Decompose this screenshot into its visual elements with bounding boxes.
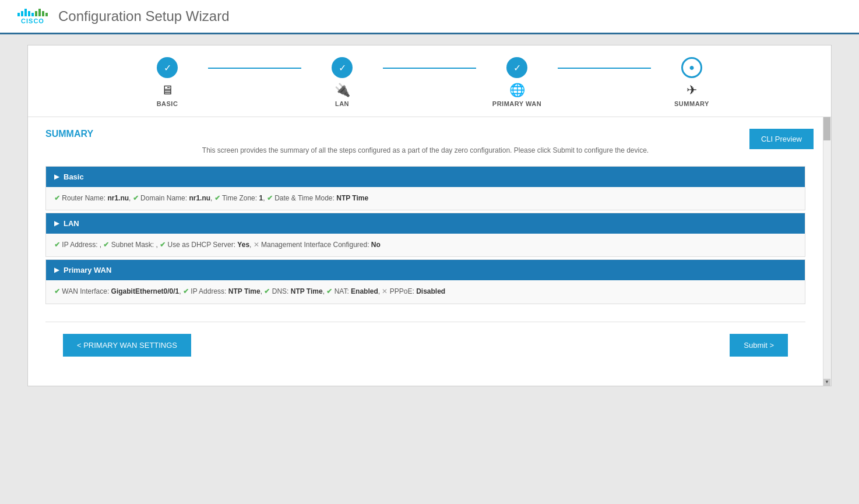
step-lan-circle: ✓ (332, 57, 353, 78)
cross-mgmt: ✕ (254, 241, 259, 249)
summary-body-lan: ✔ IP Address: , ✔ Subnet Mask: , ✔ Use a… (46, 234, 805, 256)
back-button[interactable]: < PRIMARY WAN SETTINGS (63, 334, 191, 357)
check-dhcp: ✔ (160, 241, 166, 249)
summary-header-wan[interactable]: ▶ Primary WAN (46, 260, 805, 280)
chevron-icon-basic: ▶ (54, 173, 59, 181)
cross-pppoe: ✕ (382, 287, 388, 295)
step-basic: ✓ 🖥 BASIC (126, 57, 208, 107)
cisco-text: CISCO (21, 17, 44, 24)
check-subnet: ✔ (103, 241, 109, 249)
step-summary: ● ✈ SUMMARY (651, 57, 733, 107)
summary-body-basic: ✔ Router Name: nr1.nu, ✔ Domain Name: nr… (46, 187, 805, 210)
cisco-logo: CISCO (17, 9, 48, 24)
main-container: ✓ 🖥 BASIC ✓ 🔌 LAN ✓ 🌐 PRIMARY WAN ● ✈ SU… (27, 45, 832, 386)
summary-section-lan: ▶ LAN ✔ IP Address: , ✔ Subnet Mask: , ✔… (45, 213, 805, 257)
connector-1 (208, 68, 301, 69)
check-ip-wan: ✔ (183, 287, 189, 295)
chevron-icon-wan: ▶ (54, 266, 59, 274)
step-lan-label: LAN (335, 100, 349, 107)
description-text: This screen provides the summary of all … (45, 146, 805, 154)
summary-header-lan-label: LAN (64, 219, 79, 228)
cli-preview-button[interactable]: CLI Preview (749, 129, 814, 149)
content-area: SUMMARY CLI Preview This screen provides… (28, 117, 831, 386)
check-ip-lan: ✔ (54, 241, 60, 249)
page-title: Configuration Setup Wizard (58, 8, 229, 24)
step-primary-wan: ✓ 🌐 PRIMARY WAN (476, 57, 558, 107)
step-summary-icon: ✈ (687, 83, 697, 98)
check-date-time: ✔ (267, 194, 273, 202)
scroll-down-arrow[interactable]: ▼ (823, 379, 830, 386)
step-wan-label: PRIMARY WAN (492, 100, 541, 107)
summary-header-basic-label: Basic (64, 172, 84, 181)
step-lan: ✓ 🔌 LAN (301, 57, 383, 107)
scrollbar[interactable]: ▼ (823, 117, 831, 386)
check-dns: ✔ (264, 287, 270, 295)
check-nat: ✔ (326, 287, 332, 295)
summary-header-basic[interactable]: ▶ Basic (46, 167, 805, 187)
step-basic-circle: ✓ (157, 57, 178, 78)
step-wan-icon: 🌐 (509, 83, 525, 98)
connector-2 (383, 68, 476, 69)
summary-body-wan: ✔ WAN Interface: GigabitEthernet0/0/1, ✔… (46, 280, 805, 303)
step-lan-icon: 🔌 (335, 83, 350, 98)
top-bar: CISCO Configuration Setup Wizard (0, 0, 859, 34)
check-time-zone: ✔ (214, 194, 220, 202)
step-wan-circle: ✓ (506, 57, 527, 78)
summary-header-lan[interactable]: ▶ LAN (46, 213, 805, 234)
cisco-bars-icon (17, 9, 48, 16)
step-basic-icon: 🖥 (161, 83, 174, 98)
bottom-nav: < PRIMARY WAN SETTINGS Submit > (45, 322, 805, 368)
step-summary-label: SUMMARY (674, 100, 709, 107)
summary-header-wan-label: Primary WAN (64, 266, 111, 274)
step-summary-circle: ● (681, 57, 702, 78)
summary-section-wan: ▶ Primary WAN ✔ WAN Interface: GigabitEt… (45, 259, 805, 304)
submit-button[interactable]: Submit > (730, 334, 788, 357)
check-router-name: ✔ (54, 194, 60, 202)
chevron-icon-lan: ▶ (54, 220, 59, 227)
scroll-thumb[interactable] (823, 117, 830, 140)
check-domain-name: ✔ (133, 194, 139, 202)
wizard-steps: ✓ 🖥 BASIC ✓ 🔌 LAN ✓ 🌐 PRIMARY WAN ● ✈ SU… (28, 45, 831, 117)
check-wan-interface: ✔ (54, 287, 60, 295)
summary-section-basic: ▶ Basic ✔ Router Name: nr1.nu, ✔ Domain … (45, 166, 805, 210)
connector-3 (558, 68, 651, 69)
step-basic-label: BASIC (157, 100, 178, 107)
section-title: SUMMARY (45, 129, 805, 139)
